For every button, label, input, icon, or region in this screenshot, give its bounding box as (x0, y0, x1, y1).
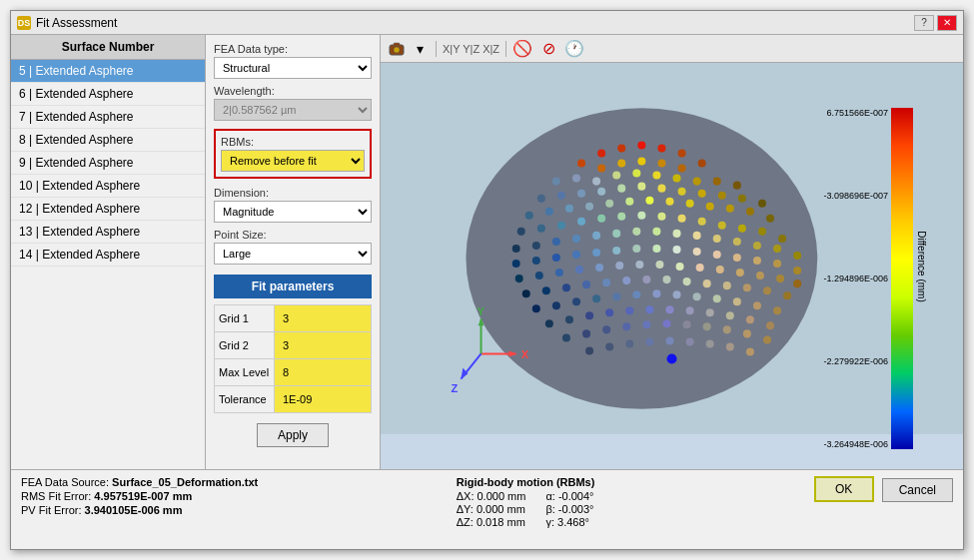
svg-point-107 (716, 266, 724, 274)
status-left: FEA Data Source: Surface_05_Deformation.… (21, 476, 258, 516)
no-entry-icon-2[interactable]: ⊘ (538, 39, 558, 59)
svg-point-128 (572, 297, 580, 305)
svg-point-135 (713, 294, 721, 302)
svg-point-158 (703, 322, 711, 330)
svg-point-47 (665, 198, 673, 206)
svg-point-29 (557, 192, 565, 200)
svg-point-20 (592, 178, 600, 186)
svg-point-87 (612, 247, 620, 255)
fit-param-grid2-value[interactable] (275, 332, 372, 359)
svg-point-13 (617, 159, 625, 167)
svg-point-110 (776, 275, 784, 282)
fea-source-prefix: FEA Data Source: (21, 476, 112, 488)
svg-point-116 (602, 279, 610, 286)
svg-point-17 (698, 159, 706, 167)
svg-point-16 (678, 165, 686, 173)
svg-point-15 (657, 159, 665, 167)
svg-point-75 (673, 230, 681, 238)
svg-point-33 (637, 183, 645, 191)
svg-point-152 (582, 329, 590, 337)
colorbar-label-4: -2.279922E-006 (823, 356, 888, 366)
viz-area: Difference, (fitted - input) deformation… (381, 63, 963, 469)
apply-button[interactable]: Apply (257, 423, 329, 447)
svg-point-93 (733, 254, 741, 262)
toolbar-separator-1 (436, 41, 437, 57)
svg-point-168 (706, 339, 714, 347)
surface-item-8[interactable]: 8 | Extended Asphere (11, 129, 205, 152)
colorbar-label-2: -3.098696E-007 (823, 191, 888, 201)
svg-point-36 (698, 190, 706, 198)
pv-line: PV Fit Error: 3.940105E-006 mm (21, 504, 258, 516)
surface-item-5[interactable]: 5 | Extended Asphere (11, 60, 205, 83)
svg-point-111 (793, 280, 801, 287)
colorbar-labels: 6.751566E-007 -3.098696E-007 -1.294896E-… (823, 108, 888, 449)
svg-point-109 (756, 272, 764, 280)
svg-point-131 (632, 290, 640, 298)
svg-point-91 (693, 248, 701, 256)
svg-point-80 (773, 245, 781, 253)
help-button[interactable]: ? (914, 15, 934, 31)
svg-point-150 (766, 321, 774, 329)
fit-param-grid2: Grid 2 (215, 332, 372, 359)
fit-param-tolerance-label: Tolerance (215, 386, 275, 413)
svg-point-127 (552, 301, 560, 309)
fit-param-grid2-label: Grid 2 (215, 332, 275, 359)
svg-point-144 (645, 305, 653, 313)
svg-point-39 (758, 200, 766, 208)
fea-data-type-label: FEA Data type: (214, 43, 372, 55)
clock-icon[interactable]: 🕐 (564, 39, 584, 59)
rbms-section: RBMs: Remove before fit (214, 129, 372, 179)
svg-point-43 (585, 203, 593, 211)
surface-item-12[interactable]: 12 | Extended Asphere (11, 198, 205, 221)
svg-point-130 (612, 292, 620, 300)
svg-point-67 (512, 245, 520, 253)
rbms-select[interactable]: Remove before fit (221, 150, 365, 172)
dropdown-arrow-icon[interactable]: ▾ (410, 39, 430, 59)
surface-item-9[interactable]: 9 | Extended Asphere (11, 152, 205, 175)
status-right: Rigid-body motion (RBMs) ΔX: 0.000 mm α:… (457, 476, 615, 528)
cancel-button[interactable]: Cancel (882, 478, 953, 502)
svg-point-26 (713, 178, 721, 186)
svg-point-31 (597, 188, 605, 196)
svg-point-101 (595, 264, 603, 272)
svg-point-153 (602, 325, 610, 333)
camera-icon[interactable] (387, 39, 407, 59)
svg-point-55 (557, 222, 565, 230)
svg-point-10 (678, 149, 686, 157)
fit-param-grid1-value[interactable] (275, 305, 372, 332)
fea-data-type-select[interactable]: Structural (214, 57, 372, 79)
svg-point-140 (565, 315, 573, 323)
svg-point-102 (615, 262, 623, 270)
svg-point-167 (686, 337, 694, 345)
surface-item-10[interactable]: 10 | Extended Asphere (11, 175, 205, 198)
svg-point-113 (542, 286, 550, 294)
surface-item-7[interactable]: 7 | Extended Asphere (11, 106, 205, 129)
svg-point-117 (622, 277, 630, 284)
fit-param-maxlevel-value[interactable] (275, 359, 372, 386)
rbm-values: ΔX: 0.000 mm α: -0.004° ΔY: 0.000 mm β: … (457, 490, 615, 528)
svg-point-94 (753, 257, 761, 265)
svg-point-70 (572, 235, 580, 243)
fit-param-tolerance-value[interactable] (275, 386, 372, 413)
svg-point-8 (637, 141, 645, 149)
svg-point-115 (582, 280, 590, 288)
svg-point-136 (733, 297, 741, 305)
surface-item-14[interactable]: 14 | Extended Asphere (11, 244, 205, 267)
surface-item-13[interactable]: 13 | Extended Asphere (11, 221, 205, 244)
svg-point-84 (552, 254, 560, 262)
svg-point-82 (512, 260, 520, 268)
wavelength-select[interactable]: 2|0.587562 µm (214, 99, 372, 121)
fea-source-line: FEA Data Source: Surface_05_Deformation.… (21, 476, 258, 488)
svg-point-34 (657, 185, 665, 193)
svg-point-103 (635, 261, 643, 269)
close-button[interactable]: ✕ (937, 15, 957, 31)
svg-point-125 (783, 291, 791, 299)
point-size-select[interactable]: Large (214, 243, 372, 265)
fit-param-maxlevel-label: Max Level (215, 359, 275, 386)
surface-item-6[interactable]: 6 | Extended Asphere (11, 83, 205, 106)
ok-button[interactable]: OK (814, 476, 874, 502)
colorbar-title-label: Difference (mm) (916, 231, 927, 302)
dimension-select[interactable]: Magnitude (214, 201, 372, 223)
no-entry-icon[interactable]: 🚫 (512, 39, 532, 59)
wavelength-label: Wavelength: (214, 85, 372, 97)
